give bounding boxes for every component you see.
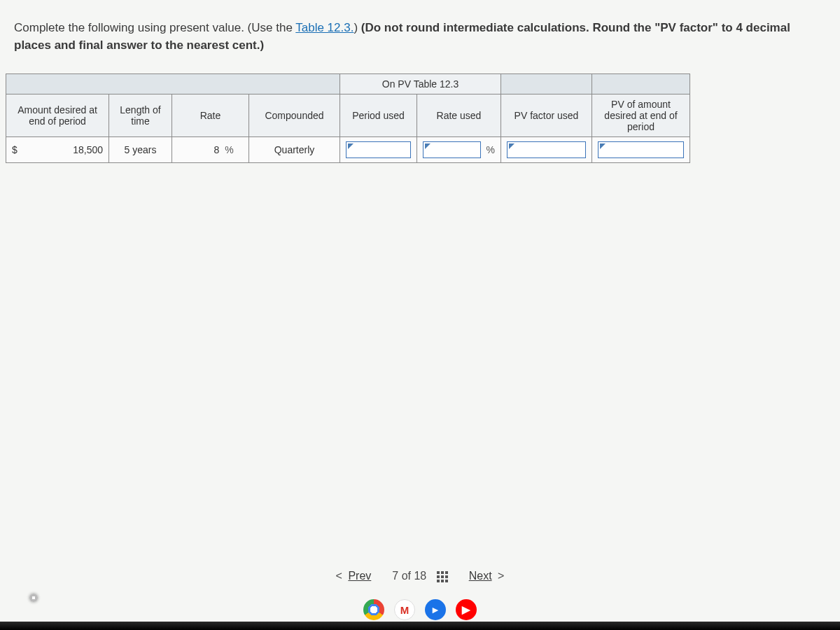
chevron-right-icon: > bbox=[498, 570, 504, 582]
rate-used-suffix: % bbox=[484, 144, 495, 155]
col-amount: Amount desired at end of period bbox=[6, 94, 109, 137]
pagination-bar: < Prev 7 of 18 Next > bbox=[0, 570, 840, 582]
question-instructions: Complete the following using present val… bbox=[0, 0, 840, 61]
col-rate-used: Rate used bbox=[417, 94, 501, 137]
amount-value: 18,500 bbox=[73, 144, 103, 155]
cell-amount: $ 18,500 bbox=[6, 137, 109, 163]
instruction-pre: Complete the following using present val… bbox=[14, 21, 295, 34]
cell-compounded: Quarterly bbox=[249, 137, 340, 163]
cell-length: 5 years bbox=[109, 137, 172, 163]
prev-button[interactable]: < Prev bbox=[333, 570, 372, 582]
col-length: Length of time bbox=[109, 94, 172, 137]
files-icon[interactable]: ▸ bbox=[425, 599, 446, 620]
super-header: On PV Table 12.3 bbox=[340, 74, 501, 94]
rate-value: 8 bbox=[187, 144, 222, 155]
cell-pv-amount-input[interactable] bbox=[592, 137, 690, 163]
header-spacer-2 bbox=[501, 74, 592, 94]
currency-symbol: $ bbox=[12, 144, 18, 155]
taskbar: M ▸ ▶ bbox=[0, 599, 840, 620]
col-pv-factor: PV factor used bbox=[501, 94, 592, 137]
col-compounded: Compounded bbox=[249, 94, 340, 137]
next-button[interactable]: Next > bbox=[469, 570, 507, 582]
cell-period-used-input[interactable] bbox=[340, 137, 417, 163]
rate-suffix: % bbox=[222, 144, 233, 155]
header-spacer bbox=[6, 74, 340, 94]
power-led-icon bbox=[29, 594, 38, 602]
pv-table: On PV Table 12.3 Amount desired at end o… bbox=[6, 74, 834, 163]
table-row: $ 18,500 5 years 8% Quarterly % bbox=[6, 137, 690, 163]
cell-pv-factor-input[interactable] bbox=[501, 137, 592, 163]
youtube-icon[interactable]: ▶ bbox=[456, 599, 477, 620]
bezel bbox=[0, 622, 840, 630]
cell-rate-used-input[interactable]: % bbox=[417, 137, 501, 163]
gmail-icon[interactable]: M bbox=[394, 599, 415, 620]
table-link[interactable]: Table 12.3. bbox=[295, 21, 354, 34]
col-pv-amount: PV of amount desired at end of period bbox=[592, 94, 690, 137]
page-position: 7 of 18 bbox=[392, 570, 447, 582]
instruction-post1: ) bbox=[354, 21, 360, 34]
grid-icon[interactable] bbox=[437, 571, 448, 582]
col-rate: Rate bbox=[172, 94, 249, 137]
col-period-used: Period used bbox=[340, 94, 417, 137]
chevron-left-icon: < bbox=[336, 570, 342, 582]
cell-rate: 8% bbox=[172, 137, 249, 163]
chrome-icon[interactable] bbox=[363, 599, 384, 620]
header-spacer-3 bbox=[592, 74, 690, 94]
page-position-text: 7 of 18 bbox=[392, 570, 426, 582]
